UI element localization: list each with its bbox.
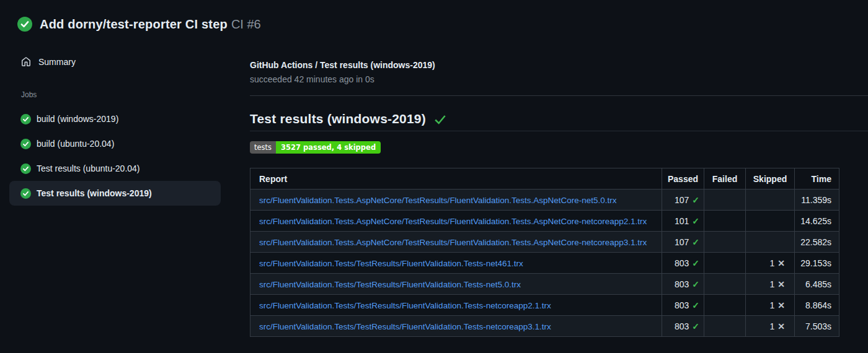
- column-header-time: Time: [795, 168, 839, 190]
- sidebar-job-item[interactable]: build (ubuntu-20.04): [9, 131, 221, 156]
- sidebar-job-label: Test results (ubuntu-20.04): [37, 163, 140, 173]
- skip-x-icon: ✕: [777, 258, 785, 268]
- main-panel: GitHub Actions / Test results (windows-2…: [250, 60, 868, 84]
- run-number: CI #6: [231, 17, 261, 31]
- pass-check-icon: ✓: [692, 321, 699, 331]
- skipped-cell: [746, 232, 795, 253]
- report-link[interactable]: src/FluentValidation.Tests.AspNetCore/Te…: [259, 196, 617, 205]
- failed-cell: [704, 295, 746, 316]
- home-icon: [21, 57, 31, 67]
- passed-cell: 107✓: [662, 190, 704, 211]
- table-row: src/FluentValidation.Tests/TestResults/F…: [250, 274, 839, 295]
- time-cell: 7.503s: [795, 316, 839, 337]
- passed-cell: 101✓: [662, 211, 704, 232]
- sidebar-job-item[interactable]: Test results (windows-2019): [9, 181, 221, 206]
- job-success-icon: [20, 114, 31, 124]
- column-header-skipped: Skipped: [746, 168, 795, 190]
- table-row: src/FluentValidation.Tests.AspNetCore/Te…: [250, 232, 839, 253]
- skipped-cell: [746, 190, 795, 211]
- sidebar: Summary Jobs build (windows-2019) build …: [0, 53, 232, 206]
- skip-x-icon: ✕: [777, 321, 785, 331]
- pass-check-icon: ✓: [692, 237, 699, 247]
- time-cell: 22.582s: [795, 232, 839, 253]
- sidebar-jobs-section-label: Jobs: [21, 90, 232, 99]
- pass-check-icon: ✓: [692, 216, 699, 226]
- skipped-cell: 1✕: [746, 316, 795, 337]
- check-run-title: GitHub Actions / Test results (windows-2…: [250, 60, 868, 70]
- sidebar-jobs-list: build (windows-2019) build (ubuntu-20.04…: [0, 107, 232, 206]
- sidebar-job-label: build (ubuntu-20.04): [37, 139, 114, 149]
- passed-cell: 803✓: [662, 295, 704, 316]
- table-body: src/FluentValidation.Tests.AspNetCore/Te…: [250, 190, 839, 337]
- time-cell: 29.153s: [795, 253, 839, 274]
- passed-cell: 107✓: [662, 232, 704, 253]
- failed-cell: [704, 232, 746, 253]
- passed-cell: 803✓: [662, 274, 704, 295]
- time-cell: 11.359s: [795, 190, 839, 211]
- job-success-icon: [20, 139, 31, 149]
- results-heading-row: Test results (windows-2019): [250, 111, 447, 126]
- tests-badge: tests 3527 passed, 4 skipped: [250, 141, 381, 154]
- column-header-report: Report: [250, 168, 662, 190]
- pass-check-icon: ✓: [692, 195, 699, 205]
- job-success-icon: [20, 188, 31, 199]
- table-row: src/FluentValidation.Tests.AspNetCore/Te…: [250, 190, 839, 211]
- report-link[interactable]: src/FluentValidation.Tests/TestResults/F…: [259, 259, 523, 268]
- results-heading: Test results (windows-2019): [250, 111, 426, 126]
- time-cell: 8.864s: [795, 295, 839, 316]
- failed-cell: [704, 316, 746, 337]
- sidebar-job-label: Test results (windows-2019): [37, 188, 152, 198]
- report-link[interactable]: src/FluentValidation.Tests/TestResults/F…: [259, 322, 551, 331]
- skipped-cell: 1✕: [746, 253, 795, 274]
- table-header-row: Report Passed Failed Skipped Time: [250, 168, 839, 190]
- time-cell: 6.485s: [795, 274, 839, 295]
- time-cell: 14.625s: [795, 211, 839, 232]
- heading-underline: [250, 131, 868, 131]
- table-row: src/FluentValidation.Tests/TestResults/F…: [250, 295, 839, 316]
- heading-success-check-icon: [433, 113, 447, 126]
- column-header-passed: Passed: [662, 168, 704, 190]
- pass-check-icon: ✓: [692, 279, 699, 289]
- tests-badge-value: 3527 passed, 4 skipped: [276, 141, 381, 154]
- failed-cell: [704, 190, 746, 211]
- sidebar-summary-label: Summary: [38, 57, 76, 67]
- run-header: Add dorny/test-reporter CI stepCI #6: [17, 17, 261, 32]
- sidebar-item-summary[interactable]: Summary: [0, 53, 232, 71]
- test-results-table: Report Passed Failed Skipped Time src/Fl…: [250, 168, 839, 337]
- divider: [250, 95, 868, 96]
- pass-check-icon: ✓: [692, 258, 699, 268]
- skipped-cell: 1✕: [746, 274, 795, 295]
- sidebar-job-item[interactable]: build (windows-2019): [9, 107, 221, 131]
- tests-badge-label: tests: [250, 141, 276, 154]
- run-success-icon: [17, 17, 32, 32]
- skip-x-icon: ✕: [777, 279, 785, 289]
- skip-x-icon: ✕: [777, 300, 785, 310]
- run-title-group: Add dorny/test-reporter CI stepCI #6: [40, 17, 261, 32]
- passed-cell: 803✓: [662, 316, 704, 337]
- passed-cell: 803✓: [662, 253, 704, 274]
- skipped-cell: 1✕: [746, 295, 795, 316]
- check-status-line: succeeded 42 minutes ago in 0s: [250, 74, 868, 84]
- run-title: Add dorny/test-reporter CI step: [40, 17, 228, 31]
- sidebar-job-item[interactable]: Test results (ubuntu-20.04): [9, 156, 221, 181]
- report-link[interactable]: src/FluentValidation.Tests.AspNetCore/Te…: [259, 217, 647, 226]
- report-link[interactable]: src/FluentValidation.Tests/TestResults/F…: [259, 280, 521, 289]
- report-link[interactable]: src/FluentValidation.Tests/TestResults/F…: [259, 301, 551, 310]
- job-success-icon: [20, 163, 31, 174]
- pass-check-icon: ✓: [692, 300, 699, 310]
- sidebar-job-label: build (windows-2019): [37, 114, 118, 124]
- table-row: src/FluentValidation.Tests/TestResults/F…: [250, 316, 839, 337]
- skipped-cell: [746, 211, 795, 232]
- table-row: src/FluentValidation.Tests/TestResults/F…: [250, 253, 839, 274]
- table-row: src/FluentValidation.Tests.AspNetCore/Te…: [250, 211, 839, 232]
- report-link[interactable]: src/FluentValidation.Tests.AspNetCore/Te…: [259, 238, 647, 247]
- failed-cell: [704, 274, 746, 295]
- failed-cell: [704, 253, 746, 274]
- column-header-failed: Failed: [704, 168, 746, 190]
- failed-cell: [704, 211, 746, 232]
